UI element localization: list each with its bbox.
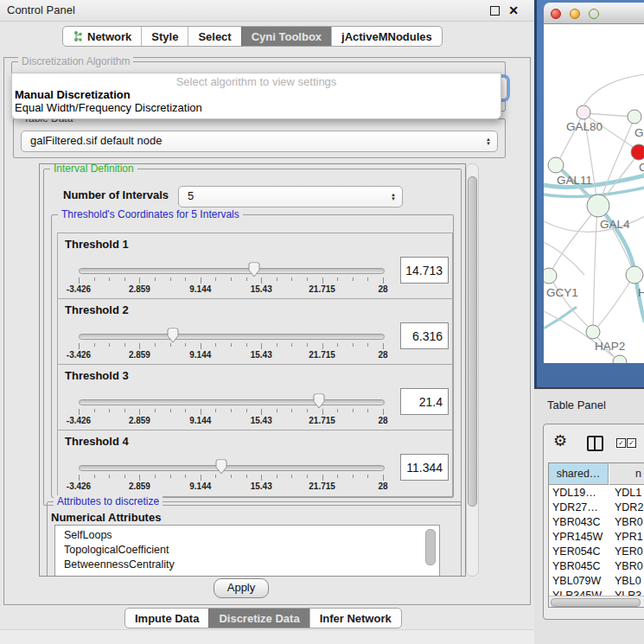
close-traffic-light-icon[interactable]: [551, 9, 561, 19]
float-window-icon[interactable]: [490, 6, 500, 16]
num-intervals-combobox[interactable]: 5 ▲▼: [178, 186, 403, 207]
cell-name: YDL1: [615, 486, 641, 501]
network-node-unlabeled[interactable]: [613, 355, 627, 363]
threshold-value-box[interactable]: 11.344: [400, 454, 449, 481]
vertical-scrollbar[interactable]: [466, 163, 479, 577]
algorithm-option-manual-discretization[interactable]: Manual Discretization: [15, 88, 131, 101]
slider-ticks: [79, 409, 383, 416]
attributes-group: Attributes to discretize Numerical Attri…: [47, 501, 462, 577]
network-node-hap2[interactable]: [586, 325, 600, 339]
network-node-c[interactable]: [631, 144, 644, 160]
table-data-combobox[interactable]: galFiltered.sif default node ▲▼: [21, 131, 498, 152]
network-node-ga[interactable]: [628, 110, 641, 124]
scrollbar-thumb[interactable]: [551, 598, 641, 607]
network-edge[interactable]: [593, 207, 597, 330]
algorithm-option-equal-width-frequency-discretization[interactable]: Equal Width/Frequency Discretization: [15, 101, 202, 114]
network-node-gal4[interactable]: [587, 194, 609, 217]
tab-label: Impute Data: [135, 612, 199, 625]
bottom-tab-infer-network[interactable]: Infer Network: [309, 609, 401, 628]
slider-track[interactable]: [79, 465, 385, 471]
bottom-tab-discretize-data[interactable]: Discretize Data: [208, 609, 309, 628]
network-edge[interactable]: [599, 207, 634, 273]
column-header-name[interactable]: n: [609, 463, 644, 485]
tab-select[interactable]: Select: [188, 27, 240, 46]
scale-label: 15.43: [251, 416, 272, 425]
slider-track[interactable]: [79, 334, 385, 340]
slider-thumb-icon[interactable]: [247, 262, 261, 278]
control-panel: Control Panel ✕ NetworkStyleSelectCyni T…: [0, 0, 534, 644]
node-label: GAL11: [557, 174, 592, 187]
table-row[interactable]: YPR145WYPR1: [549, 530, 644, 545]
network-edge[interactable]: [584, 113, 634, 117]
combobox-arrows-icon: ▲▼: [391, 193, 396, 201]
group-title: Threshold's Coordinates for 5 Intervals: [58, 208, 243, 220]
scale-label: -3.426: [67, 350, 91, 360]
attribute-item-betweennesscentrality[interactable]: BetweennessCentrality: [55, 558, 439, 572]
slider-ticks: [79, 277, 383, 284]
minimize-traffic-light-icon[interactable]: [570, 9, 580, 19]
tab-jactivemnodules[interactable]: jActiveMNodules: [331, 27, 442, 46]
combobox-value: galFiltered.sif default node: [30, 131, 162, 150]
tab-network[interactable]: Network: [63, 27, 141, 46]
table-panel: Table Panel ⚙ ✓ ✓ shared… n YDL19…YDL1YD…: [534, 387, 644, 644]
close-icon[interactable]: ✕: [508, 2, 519, 19]
table-row[interactable]: YDL19…YDL1: [549, 486, 644, 501]
slider-thumb-icon[interactable]: [312, 393, 326, 410]
slider-thumb-icon[interactable]: [214, 459, 228, 475]
cell-name: YER0: [615, 545, 643, 559]
list-scrollbar[interactable]: [425, 529, 436, 565]
cell-shared-name: YDR27…: [552, 501, 598, 515]
network-edge[interactable]: [544, 311, 618, 360]
table-row[interactable]: YBR045CYBR0: [549, 559, 644, 574]
scale-label: 21.715: [309, 416, 335, 425]
table-row[interactable]: YDR27…YDR2: [549, 501, 644, 515]
tab-label: Infer Network: [320, 612, 392, 625]
table-row[interactable]: YBL079WYBL0: [549, 574, 644, 589]
cell-name: YBR0: [615, 559, 643, 574]
table-row[interactable]: YBR043CYBR0: [549, 515, 644, 530]
network-node-h[interactable]: [626, 266, 643, 284]
panel-title: Control Panel: [7, 0, 75, 21]
scrollbar-thumb[interactable]: [468, 176, 477, 507]
column-layout-icon[interactable]: [587, 436, 603, 451]
attribute-item-topologicalcoefficient[interactable]: TopologicalCoefficient: [55, 543, 439, 558]
bottom-strip: [0, 629, 534, 644]
slider-track[interactable]: [79, 268, 385, 274]
slider-track[interactable]: [79, 399, 385, 405]
attribute-item-selfloops[interactable]: SelfLoops: [55, 528, 439, 543]
scale-label: 21.715: [309, 481, 335, 491]
network-view-window: GAL80GACGAL11GAL4GCY1HHAP2: [544, 3, 644, 363]
scale-label: 2.859: [129, 481, 150, 491]
network-edge[interactable]: [584, 74, 644, 105]
zoom-traffic-light-icon[interactable]: [589, 9, 599, 19]
network-canvas[interactable]: GAL80GACGAL11GAL4GCY1HHAP2: [544, 24, 644, 363]
scale-label: 28: [378, 350, 387, 360]
apply-button[interactable]: Apply: [214, 578, 269, 598]
node-attribute-table[interactable]: shared… n YDL19…YDL1YDR27…YDR2YBR043CYBR…: [548, 462, 644, 608]
threshold-value-box[interactable]: 14.713: [400, 257, 449, 284]
select-columns-icon[interactable]: ✓ ✓: [616, 438, 636, 448]
table-row[interactable]: YER054CYER0: [549, 545, 644, 559]
cyni-toolbox-content: Discretization Algorithm ▲▼ Select algor…: [3, 57, 531, 605]
cell-shared-name: YDL19…: [552, 486, 596, 501]
network-node-gal11[interactable]: [548, 157, 564, 173]
attributes-listbox[interactable]: SelfLoopsTopologicalCoefficientBetweenne…: [54, 525, 440, 577]
tab-style[interactable]: Style: [141, 27, 188, 46]
cell-name: YBR0: [615, 515, 643, 530]
column-header-shared-name[interactable]: shared…: [549, 463, 609, 485]
network-edge[interactable]: [595, 276, 634, 330]
control-panel-titlebar: Control Panel ✕: [0, 0, 534, 22]
network-window-titlebar[interactable]: [544, 3, 644, 24]
bottom-tab-impute-data[interactable]: Impute Data: [125, 609, 208, 628]
network-node-gal80[interactable]: [577, 105, 590, 119]
settings-gear-icon[interactable]: ⚙: [553, 431, 567, 450]
tab-cyni-toolbox[interactable]: Cyni Toolbox: [241, 27, 331, 46]
combobox-arrows-icon: ▲▼: [486, 137, 491, 146]
threshold-value-box[interactable]: 6.316: [400, 322, 449, 349]
scale-label: 9.144: [189, 350, 211, 360]
horizontal-scrollbar[interactable]: [549, 596, 644, 607]
network-edge-thick[interactable]: [544, 307, 577, 328]
slider-thumb-icon[interactable]: [166, 328, 180, 344]
threshold-value-box[interactable]: 21.4: [400, 388, 449, 415]
network-node-gcy1[interactable]: [544, 268, 557, 284]
